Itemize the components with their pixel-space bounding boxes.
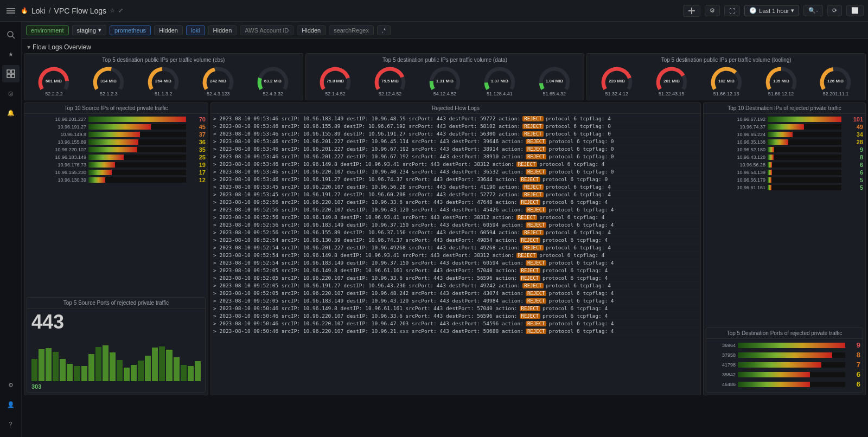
gauge-svg-0-2: 264 MiB: [144, 65, 182, 90]
log-line[interactable]: > 2023-08-10 09:50:46 srcIP: 10.96.220.1…: [212, 320, 699, 327]
sidebar-icon-dashboard[interactable]: [2, 65, 20, 82]
share-icon[interactable]: ⤢: [118, 7, 123, 14]
log-line[interactable]: > 2023-08-10 09:53:46 srcIP: 10.96.201.2…: [212, 145, 699, 153]
gauge-svg-2-2: 182 MiB: [707, 65, 745, 90]
log-line[interactable]: > 2023-08-10 09:53:46 srcIP: 10.96.155.8…: [212, 123, 699, 130]
reject-badge: REJECT: [526, 169, 547, 175]
tv-mode-btn[interactable]: ⬜: [846, 5, 864, 16]
port-bar-seg: [124, 368, 130, 381]
log-line[interactable]: > 2023-08-10 09:53:46 srcIP: 10.96.155.8…: [212, 130, 699, 138]
source-ip-label: 10.96.183.149: [27, 155, 86, 160]
reject-badge: REJECT: [522, 116, 544, 121]
log-line[interactable]: > 2023-08-10 09:50:46 srcIP: 10.96.220.1…: [212, 312, 699, 320]
log-line[interactable]: > 2023-08-10 09:52:05 srcIP: 10.96.220.1…: [212, 290, 699, 297]
variable-bar: environment staging ▾ prometheus Hidden …: [22, 22, 868, 39]
var-loki[interactable]: loki: [186, 25, 205, 35]
var-hidden1-value: Hidden: [159, 27, 178, 34]
source-ip-label: 10.96.155.230: [27, 170, 86, 175]
dest-ip-label: 10.96.35.138: [706, 139, 765, 145]
section-header-flowlogs[interactable]: ▾ Flow Logs Overview: [24, 41, 866, 53]
dest-ip-bar-container: [768, 147, 841, 152]
log-line[interactable]: > 2023-08-10 09:52:54 srcIP: 10.96.130.3…: [212, 236, 699, 244]
var-searchregex-value[interactable]: .*: [377, 25, 391, 35]
gauge-svg-2-4: 126 MiB: [816, 65, 854, 90]
gauge-item-2-1: 201 MiB 51.22.43.15: [653, 65, 691, 97]
port-bar-seg: [67, 364, 73, 381]
favorite-icon[interactable]: ☆: [110, 7, 115, 14]
log-line[interactable]: > 2023-08-10 09:53:46 srcIP: 10.96.201.2…: [212, 138, 699, 145]
gauge-item-2-2: 182 MiB 51.66.12.13: [707, 65, 745, 97]
breadcrumb-root[interactable]: Loki: [31, 7, 46, 15]
svg-text:1.04 MiB: 1.04 MiB: [546, 79, 564, 83]
zoom-out-btn[interactable]: 🔍-: [803, 5, 823, 16]
reject-badge: REJECT: [522, 245, 544, 250]
gauge-item-2-0: 220 MiB 51.32.4.12: [598, 65, 636, 97]
svg-rect-8: [11, 70, 15, 73]
log-line[interactable]: > 2023-08-10 09:52:05 srcIP: 10.96.183.1…: [212, 297, 699, 305]
sidebar-icon-alert[interactable]: 🔔: [2, 104, 20, 121]
log-line[interactable]: > 2023-08-10 09:52:56 srcIP: 10.96.183.1…: [212, 221, 699, 229]
log-line[interactable]: > 2023-08-10 09:52:05 srcIP: 10.96.149.8…: [212, 267, 699, 274]
var-environment[interactable]: environment: [26, 25, 69, 35]
gauge-item-0-3: 242 MiB 52.4.3.123: [199, 65, 237, 97]
dashboard-settings-btn[interactable]: ⚙: [705, 5, 720, 16]
log-line[interactable]: > 2023-08-10 09:52:54 srcIP: 10.96.149.8…: [212, 252, 699, 259]
log-line[interactable]: > 2023-08-10 09:50:46 srcIP: 10.96.149.8…: [212, 305, 699, 312]
source-ip-label: 10.96.191.27: [27, 124, 86, 130]
time-range-btn[interactable]: 🕐 Last 1 hour ▾: [744, 5, 799, 16]
var-awsid-hidden: Hidden: [302, 27, 321, 34]
port-bar-seg: [88, 354, 94, 381]
log-line[interactable]: > 2023-08-10 09:52:54 srcIP: 10.96.201.2…: [212, 244, 699, 252]
log-line[interactable]: > 2023-08-10 09:52:56 srcIP: 10.96.155.8…: [212, 229, 699, 236]
log-line[interactable]: > 2023-08-10 09:52:05 srcIP: 10.96.191.2…: [212, 282, 699, 290]
port-bar-seg: [152, 348, 158, 381]
log-line[interactable]: > 2023-08-10 09:53:46 srcIP: 10.96.183.1…: [212, 115, 699, 123]
var-prometheus[interactable]: prometheus: [110, 25, 151, 35]
sidebar-icon-settings[interactable]: ⚙: [2, 376, 20, 394]
svg-text:1.31 MiB: 1.31 MiB: [436, 79, 454, 83]
log-line[interactable]: > 2023-08-10 09:52:54 srcIP: 10.96.183.1…: [212, 259, 699, 267]
sidebar-icon-help[interactable]: ?: [2, 415, 20, 433]
dest-port-label: 35842: [709, 372, 736, 377]
var-hidden1[interactable]: Hidden: [154, 25, 183, 35]
log-line[interactable]: > 2023-08-10 09:50:46 srcIP: 10.96.220.1…: [212, 327, 699, 335]
reject-badge: REJECT: [516, 253, 538, 258]
gauge-row: Top 5 destination public IPs per traffic…: [24, 53, 866, 100]
dest-port-row: 41798 7: [709, 361, 860, 369]
section-title: Flow Logs Overview: [33, 43, 91, 51]
toggle-sidebar-icon[interactable]: [4, 4, 17, 17]
log-line[interactable]: > 2023-08-10 09:52:56 srcIP: 10.96.149.8…: [212, 214, 699, 221]
reject-badge: REJECT: [526, 146, 547, 152]
cycle-view-btn[interactable]: ⛶: [724, 5, 740, 16]
gauge-item-0-2: 264 MiB 51.1.3.2: [144, 65, 182, 97]
sidebar-icon-compass[interactable]: ◎: [2, 85, 20, 102]
reject-badge: REJECT: [526, 291, 547, 296]
reject-badge: REJECT: [526, 222, 547, 228]
refresh-btn[interactable]: ⟳: [827, 5, 842, 16]
source-ip-bar-container: [88, 170, 186, 175]
log-line[interactable]: > 2023-08-10 09:53:46 srcIP: 10.96.201.2…: [212, 153, 699, 160]
sidebar-icon-search[interactable]: [2, 26, 20, 43]
svg-line-6: [12, 36, 15, 38]
var-staging[interactable]: staging ▾: [72, 25, 106, 35]
log-line[interactable]: > 2023-08-10 09:52:56 srcIP: 10.96.220.1…: [212, 206, 699, 214]
gauge-item-2-3: 135 MiB 51.66.12.12: [762, 65, 800, 97]
log-line[interactable]: > 2023-08-10 09:53:46 srcIP: 10.96.220.1…: [212, 168, 699, 176]
dest-ip-label: 10.96.67.192: [706, 117, 765, 122]
log-content[interactable]: > 2023-08-10 09:53:46 srcIP: 10.96.183.1…: [211, 114, 700, 395]
main-content: environment staging ▾ prometheus Hidden …: [22, 22, 868, 437]
add-panel-btn[interactable]: [683, 5, 700, 17]
log-line[interactable]: > 2023-08-10 09:53:46 srcIP: 10.96.149.8…: [212, 160, 699, 168]
log-line[interactable]: > 2023-08-10 09:52:05 srcIP: 10.96.220.1…: [212, 274, 699, 282]
log-line[interactable]: > 2023-08-10 09:52:56 srcIP: 10.96.220.1…: [212, 198, 699, 206]
sidebar-icon-star[interactable]: ★: [2, 46, 20, 63]
log-line[interactable]: > 2023-08-10 09:53:45 srcIP: 10.96.191.2…: [212, 191, 699, 198]
var-awsid-value[interactable]: Hidden: [297, 25, 326, 35]
sidebar-icon-user[interactable]: 👤: [2, 396, 20, 413]
gauge-item-0-4: 63.2 MiB 52.4.3.32: [254, 65, 292, 97]
gauge-item-1-1: 75.5 MiB 52.12.4.52: [371, 65, 409, 97]
log-line[interactable]: > 2023-08-10 09:53:45 srcIP: 10.96.220.1…: [212, 183, 699, 191]
var-hidden2[interactable]: Hidden: [208, 25, 237, 35]
dest-port-bar-container: [738, 362, 845, 368]
log-line[interactable]: > 2023-08-10 09:53:46 srcIP: 10.96.191.2…: [212, 176, 699, 183]
